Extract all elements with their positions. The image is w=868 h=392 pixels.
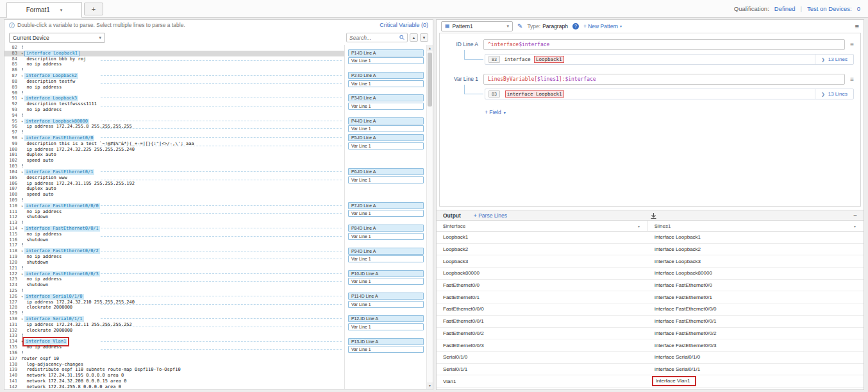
code-line-101[interactable]: 101 duplex auto <box>4 152 344 158</box>
parse-lines-link[interactable]: + Parse Lines <box>474 212 507 219</box>
code-line-125[interactable]: 125! <box>4 288 344 294</box>
pattern-marker-var[interactable]: Var Line 1 <box>348 125 424 132</box>
pattern-marker-id[interactable]: P12-ID Line A <box>348 315 424 322</box>
interface-variable[interactable]: interface Loopback2 <box>24 73 78 79</box>
code-line-134[interactable]: 134▾interface Vlan1 <box>4 339 344 345</box>
interface-variable[interactable]: interface FastEthernet0/0/3 <box>24 271 100 277</box>
code-line-131[interactable]: 131 ip address 172.24.32.11 255.255.255.… <box>4 322 344 328</box>
code-line-140[interactable]: 140 network 172.24.31.195 0.0.0.0 area 0 <box>4 373 344 379</box>
output-table-row[interactable]: Loopback3interface Loopback3 <box>437 255 864 268</box>
pattern-marker-var[interactable]: Var Line 1 <box>348 176 424 183</box>
code-line-97[interactable]: 97! <box>4 130 344 135</box>
pattern-marker-var[interactable]: Var Line 1 <box>348 80 424 87</box>
interface-variable[interactable]: interface Serial0/1/0 <box>24 294 84 300</box>
pattern-marker-id[interactable]: P7-ID Line A <box>348 202 424 209</box>
code-line-120[interactable]: 120 shutdown <box>4 260 344 266</box>
code-line-138[interactable]: 138 log-adjacency-changes <box>4 362 344 368</box>
fold-icon[interactable]: ▾ <box>21 339 23 345</box>
search-input[interactable] <box>349 35 399 41</box>
code-line-102[interactable]: 102 speed auto <box>4 158 344 164</box>
code-line-92[interactable]: 92 description testfwssss1111 <box>4 101 344 107</box>
code-line-85[interactable]: 85 no ip address <box>4 62 344 67</box>
code-line-86[interactable]: 86! <box>4 67 344 73</box>
scroll-down-button[interactable]: ▼ <box>427 382 433 389</box>
help-icon[interactable]: ? <box>572 23 579 30</box>
row-menu-icon[interactable]: ≡ <box>850 41 854 48</box>
output-table-row[interactable]: FastEthernet0/0/0interface FastEthernet0… <box>437 303 864 316</box>
code-line-90[interactable]: 90! <box>4 90 344 96</box>
device-selector[interactable]: Current Device ▾ <box>9 33 105 43</box>
fold-icon[interactable]: ▾ <box>21 226 23 232</box>
interface-variable[interactable]: interface FastEthernet0/1 <box>24 169 94 175</box>
code-line-127[interactable]: 127 ip address 172.24.32.210 255.255.255… <box>4 300 344 305</box>
collapse-output-icon[interactable]: − <box>853 212 857 219</box>
interface-variable[interactable]: interface FastEthernet0/0/1 <box>24 226 100 232</box>
pattern-marker-var[interactable]: Var Line 1 <box>348 210 424 217</box>
row-menu-icon[interactable]: ≡ <box>850 76 854 83</box>
qualification-value-link[interactable]: Defined <box>774 5 796 12</box>
code-line-113[interactable]: 113! <box>4 220 344 226</box>
code-line-116[interactable]: 116 shutdown <box>4 237 344 243</box>
pattern-marker-id[interactable]: P2-ID Line A <box>348 72 424 79</box>
code-line-95[interactable]: 95▾interface Loopback80000 <box>4 119 344 124</box>
code-line-142[interactable]: 142 network 172.24.255.8 0.0.0.0 area 0 <box>4 384 344 389</box>
code-line-124[interactable]: 124 shutdown <box>4 282 344 288</box>
code-line-110[interactable]: 110▾interface FastEthernet0/0/0 <box>4 203 344 209</box>
pattern-marker-var[interactable]: Var Line 1 <box>348 278 424 285</box>
code-line-135[interactable]: 135 no ip address <box>4 345 344 350</box>
output-table-row[interactable]: FastEthernet0/1interface FastEthernet0/1 <box>437 291 864 303</box>
pattern-marker-var[interactable]: Var Line 1 <box>348 57 424 64</box>
panel-menu-icon[interactable]: ≡ <box>855 22 859 30</box>
code-line-108[interactable]: 108 speed auto <box>4 192 344 198</box>
output-table-row[interactable]: Loopback2interface Loopback2 <box>437 244 864 256</box>
pattern-marker-var[interactable]: Var Line 1 <box>348 233 424 240</box>
code-line-84[interactable]: 84 description bbb by rmj <box>4 56 344 62</box>
search-prev-button[interactable]: ▲ <box>410 33 418 42</box>
expand-lines-link[interactable]: ❯ 13 Lines <box>815 89 853 99</box>
interface-variable[interactable]: interface FastEthernet0/0/0 <box>24 203 100 209</box>
pattern-marker-var[interactable]: Var Line 1 <box>348 142 424 149</box>
output-table-row[interactable]: FastEthernet0/0/1interface FastEthernet0… <box>437 316 864 328</box>
code-line-87[interactable]: 87▾interface Loopback2 <box>4 73 344 79</box>
pattern-marker-var[interactable]: Var Line 1 <box>348 103 424 110</box>
pattern-marker-id[interactable]: P6-ID Line A <box>348 168 424 175</box>
fold-icon[interactable]: ▾ <box>21 135 23 141</box>
output-table-row[interactable]: Loopback1interface Loopback1 <box>437 232 864 244</box>
add-format-tab-button[interactable]: + <box>84 3 103 15</box>
code-line-119[interactable]: 119 no ip address <box>4 254 344 260</box>
code-line-121[interactable]: 121! <box>4 266 344 271</box>
export-table-icon[interactable] <box>650 212 657 219</box>
code-line-100[interactable]: 100 ip address 172.24.32.225 255.255.255… <box>4 147 344 153</box>
pattern-marker-var[interactable]: Var Line 1 <box>348 255 424 262</box>
fold-icon[interactable]: ▾ <box>21 51 23 56</box>
code-line-122[interactable]: 122▾interface FastEthernet0/0/3 <box>4 271 344 277</box>
pattern-marker-id[interactable]: P4-ID Line A <box>348 117 424 124</box>
code-line-103[interactable]: 103! <box>4 164 344 169</box>
fold-icon[interactable]: ▾ <box>21 294 23 300</box>
code-line-112[interactable]: 112 shutdown <box>4 214 344 220</box>
code-line-99[interactable]: 99 description this is a test `~!@#$%^&*… <box>4 141 344 147</box>
output-table-row[interactable]: Loopback80000interface Loopback80000 <box>437 268 864 280</box>
code-line-104[interactable]: 104▾interface FastEthernet0/1 <box>4 169 344 175</box>
pattern-marker-var[interactable]: Var Line 1 <box>348 323 424 330</box>
output-table-row[interactable]: FastEthernet0/0/3interface FastEthernet0… <box>437 339 864 352</box>
pattern-marker-var[interactable]: Var Line 1 <box>348 346 424 353</box>
search-next-button[interactable]: ▼ <box>420 33 428 42</box>
config-code-area[interactable]: 82!83▾interface Loopback184 description … <box>4 45 344 389</box>
pattern-marker-id[interactable]: P9-ID Line A <box>348 248 424 255</box>
var-line-input[interactable]: LinesByVariable[$lines1]:$interface <box>483 74 845 85</box>
output-table-row[interactable]: Vlan1interface Vlan1 <box>437 375 864 388</box>
new-pattern-link[interactable]: + New Pattern ▾ <box>583 23 622 30</box>
output-table-row[interactable]: FastEthernet0/0/2interface FastEthernet0… <box>437 328 864 340</box>
pattern-marker-id[interactable]: P11-ID Line A <box>348 293 424 300</box>
code-line-128[interactable]: 128 clockrate 2000000 <box>4 305 344 311</box>
interface-variable[interactable]: interface Vlan1 <box>24 339 67 345</box>
fold-icon[interactable]: ▾ <box>21 316 23 322</box>
code-line-136[interactable]: 136! <box>4 350 344 356</box>
code-line-111[interactable]: 111 no ip address <box>4 209 344 215</box>
code-line-98[interactable]: 98▾interface FastEthernet0/0 <box>4 135 344 141</box>
code-line-94[interactable]: 94! <box>4 113 344 119</box>
code-line-132[interactable]: 132 clockrate 2000000 <box>4 328 344 334</box>
search-box[interactable] <box>346 33 408 42</box>
output-table-row[interactable]: FastEthernet0/0interface FastEthernet0/0 <box>437 280 864 292</box>
